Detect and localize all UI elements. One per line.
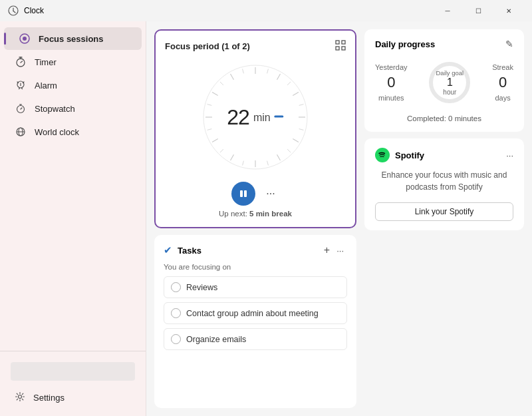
- spotify-description: Enhance your focus with music and podcas…: [375, 169, 513, 193]
- svg-line-38: [212, 93, 218, 96]
- app-body: Focus sessions Timer: [0, 21, 532, 416]
- spotify-title: Spotify: [395, 150, 506, 160]
- maximize-button[interactable]: ☐: [463, 0, 493, 21]
- tasks-subtitle: You are focusing on: [164, 263, 347, 271]
- svg-line-47: [220, 149, 223, 152]
- window-title: Clock: [24, 6, 432, 15]
- settings-label: Settings: [33, 393, 65, 403]
- completed-text: Completed: 0 minutes: [375, 114, 513, 122]
- task-radio[interactable]: [171, 334, 181, 344]
- task-item-reviews[interactable]: Reviews: [164, 276, 347, 298]
- svg-line-33: [277, 154, 281, 160]
- daily-progress-stats: Yesterday 0 minutes Daily goal 1 hour: [375, 59, 513, 106]
- svg-rect-24: [342, 41, 345, 44]
- svg-line-30: [293, 93, 299, 96]
- svg-line-2: [13, 11, 15, 13]
- spotify-link-button[interactable]: Link your Spotify: [375, 202, 513, 221]
- right-column: Daily progress ✎ Yesterday 0 minutes: [364, 29, 524, 408]
- sidebar-item-focus-sessions[interactable]: Focus sessions: [4, 27, 142, 50]
- minimize-button[interactable]: ─: [432, 0, 463, 21]
- svg-line-39: [231, 74, 234, 80]
- app-icon: [8, 5, 19, 16]
- sidebar-item-timer[interactable]: Timer: [4, 51, 142, 73]
- svg-line-32: [293, 139, 299, 142]
- svg-point-10: [21, 85, 21, 86]
- focus-more-button[interactable]: ···: [262, 185, 279, 202]
- clock-decrement-indicator: [275, 116, 284, 118]
- daily-progress-header: Daily progress ✎: [375, 39, 513, 49]
- tasks-add-button[interactable]: +: [321, 243, 333, 258]
- task-radio[interactable]: [171, 282, 181, 292]
- active-indicator: [4, 33, 6, 45]
- task-label: Reviews: [186, 283, 217, 292]
- close-button[interactable]: ✕: [493, 0, 524, 21]
- focus-up-next: Up next: 5 min break: [219, 210, 292, 218]
- yesterday-label: Yesterday: [375, 63, 408, 71]
- svg-line-14: [22, 89, 23, 89]
- svg-line-29: [277, 74, 281, 80]
- sidebar-nav: Focus sessions Timer: [0, 27, 146, 351]
- svg-line-35: [231, 154, 234, 160]
- svg-line-48: [207, 129, 212, 130]
- streak-value: 0: [499, 74, 507, 91]
- clock-face: 22 min: [199, 61, 312, 174]
- svg-rect-52: [240, 190, 243, 197]
- yesterday-unit: minutes: [378, 94, 404, 102]
- sidebar-item-label: Focus sessions: [39, 34, 104, 44]
- focus-period-card: Focus period (1 of 2): [154, 29, 356, 228]
- svg-line-43: [299, 129, 304, 130]
- window-controls: ─ ☐ ✕: [432, 0, 524, 21]
- yesterday-value: 0: [387, 74, 395, 91]
- tasks-header: ✔ Tasks + ···: [164, 243, 347, 258]
- svg-line-49: [207, 104, 212, 106]
- clock-time-unit: min: [253, 111, 271, 123]
- svg-line-44: [287, 149, 291, 152]
- up-next-value: 5 min break: [249, 210, 292, 218]
- daily-progress-title: Daily progress: [375, 39, 435, 49]
- spotify-logo: [375, 148, 390, 162]
- sidebar-item-alarm[interactable]: Alarm: [4, 74, 142, 97]
- focus-period-title: Focus period (1 of 2): [165, 41, 250, 51]
- focus-sessions-icon: [19, 33, 31, 45]
- svg-line-42: [299, 104, 304, 106]
- titlebar: Clock ─ ☐ ✕: [0, 0, 532, 21]
- up-next-label: Up next:: [219, 210, 247, 218]
- svg-line-51: [243, 69, 244, 74]
- tasks-more-button[interactable]: ···: [333, 244, 347, 257]
- main-content: Focus period (1 of 2): [146, 21, 532, 416]
- task-item-contact[interactable]: Contact group admin about meeting: [164, 302, 347, 324]
- pause-button[interactable]: [231, 182, 255, 206]
- svg-line-50: [220, 82, 223, 85]
- task-radio[interactable]: [171, 308, 181, 318]
- stopwatch-icon: [15, 103, 27, 114]
- tasks-card: ✔ Tasks + ··· You are focusing on Review…: [154, 235, 356, 408]
- daily-progress-edit-button[interactable]: ✎: [505, 39, 513, 49]
- sidebar-item-stopwatch[interactable]: Stopwatch: [4, 97, 142, 120]
- sidebar: Focus sessions Timer: [0, 21, 146, 416]
- svg-line-36: [212, 139, 218, 142]
- settings-icon: [15, 391, 25, 404]
- yesterday-stat: Yesterday 0 minutes: [375, 63, 408, 102]
- sidebar-item-settings[interactable]: Settings: [4, 386, 142, 409]
- svg-line-13: [19, 89, 20, 89]
- left-column: Focus period (1 of 2): [154, 29, 356, 408]
- sidebar-item-label: World clock: [35, 127, 79, 137]
- tasks-icon: ✔: [164, 244, 172, 256]
- svg-line-46: [243, 161, 244, 166]
- sidebar-item-world-clock[interactable]: World clock: [4, 120, 142, 143]
- goal-value: 1: [436, 77, 464, 89]
- spotify-header: Spotify ···: [375, 148, 513, 162]
- task-label: Contact group admin about meeting: [186, 309, 319, 318]
- spotify-card: Spotify ··· Enhance your focus with musi…: [364, 138, 524, 230]
- svg-rect-25: [336, 47, 339, 50]
- task-item-emails[interactable]: Organize emails: [164, 328, 347, 350]
- svg-rect-23: [336, 41, 339, 44]
- daily-goal-donut: Daily goal 1 hour: [426, 59, 473, 106]
- goal-label: Daily goal: [436, 69, 464, 77]
- sidebar-item-label: Timer: [35, 57, 57, 67]
- svg-point-22: [19, 395, 22, 399]
- svg-line-8: [21, 61, 23, 63]
- expand-icon[interactable]: [335, 40, 346, 53]
- donut-center: Daily goal 1 hour: [436, 69, 464, 96]
- spotify-more-button[interactable]: ···: [506, 150, 513, 160]
